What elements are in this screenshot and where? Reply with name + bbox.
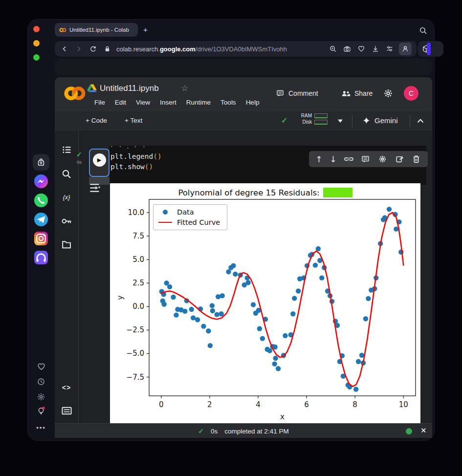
menu-file[interactable]: File: [94, 99, 105, 106]
star-icon[interactable]: ☆: [181, 83, 188, 93]
menu-view[interactable]: View: [136, 99, 150, 106]
person-icon: [401, 45, 409, 53]
colab-header: Untitled11.ipynb ☆ File Edit View Insert…: [55, 77, 432, 111]
add-text-button[interactable]: + Text: [125, 117, 142, 124]
shopping-bag-icon: [37, 158, 45, 167]
sidebar-code-snippets-button[interactable]: <>: [61, 382, 72, 393]
dock-ideas-button[interactable]: [35, 405, 47, 418]
dock-favorites-button[interactable]: [35, 360, 47, 373]
zoom-page-button[interactable]: [328, 44, 338, 54]
command-palette-icon: [62, 407, 72, 415]
colab-logo: [64, 85, 86, 102]
dock-item-telegram[interactable]: [33, 211, 49, 228]
sidebar-variables-button[interactable]: {x}: [61, 191, 72, 203]
sidebar-handle[interactable]: [427, 43, 431, 55]
collapse-chevron-icon[interactable]: [417, 118, 424, 124]
url-bar[interactable]: colab.research.google.com/drive/1O3VDA0b…: [55, 41, 417, 57]
forward-button[interactable]: [74, 44, 84, 54]
menu-tools[interactable]: Tools: [220, 99, 236, 106]
status-exec-time: 0s: [211, 428, 218, 435]
sliders-icon: [386, 45, 394, 53]
share-button[interactable]: Share: [341, 89, 373, 97]
sidebar-search-button[interactable]: [61, 168, 72, 180]
delete-cell-button[interactable]: [412, 154, 421, 164]
plot-legend: Data Fitted Curve: [153, 204, 227, 230]
dock-settings-button[interactable]: [35, 390, 47, 403]
sidebar-command-palette-button[interactable]: [61, 405, 72, 416]
search-icon: [419, 26, 427, 35]
svg-text:y: y: [116, 295, 125, 300]
sidebar-table-of-contents-button[interactable]: [61, 144, 72, 155]
open-in-tab-icon: [396, 155, 404, 163]
sidebar-files-button[interactable]: [61, 238, 72, 250]
svg-text:6: 6: [304, 400, 309, 409]
more-icon: •••: [36, 424, 46, 432]
heart-icon: [37, 362, 46, 371]
favorite-button[interactable]: [356, 44, 366, 54]
comment-button[interactable]: Comment: [276, 89, 318, 97]
window-zoom-button[interactable]: [33, 54, 40, 61]
code-line-1: plt.legend: [110, 152, 153, 160]
colab-app: Untitled11.ipynb ☆ File Edit View Insert…: [55, 77, 432, 438]
svg-text:7.5: 7.5: [132, 232, 144, 240]
open-in-tab-button[interactable]: [395, 154, 404, 164]
run-cell-button[interactable]: ▶: [89, 149, 110, 177]
profile-button[interactable]: [399, 43, 412, 55]
window-minimize-button[interactable]: [33, 40, 40, 46]
output-icon: [89, 183, 101, 193]
legend-data-marker: [163, 210, 168, 215]
dock-item-messenger[interactable]: [33, 173, 49, 190]
drive-icon: [87, 84, 97, 92]
svg-text:5.0: 5.0: [132, 255, 144, 264]
menu-insert[interactable]: Insert: [160, 99, 176, 106]
resources-button[interactable]: RAM Disk: [298, 113, 328, 125]
svg-text:−2.5: −2.5: [127, 325, 144, 334]
dock-item-shopping-bag[interactable]: [33, 154, 49, 171]
extensions-pill[interactable]: [418, 41, 443, 57]
comment-label: Comment: [288, 89, 318, 97]
status-message: completed at 2:41 PM: [224, 428, 288, 435]
dock-history-button[interactable]: [35, 375, 47, 388]
browser-search-button[interactable]: [419, 26, 427, 35]
copy-link-button[interactable]: [344, 154, 353, 164]
close-status-button[interactable]: ✕: [420, 426, 427, 435]
download-button[interactable]: [371, 44, 380, 54]
notebook-title[interactable]: Untitled11.ipynb: [100, 84, 159, 93]
table-of-contents-icon: [62, 146, 71, 154]
lock-icon: [102, 44, 112, 54]
heart-icon: [357, 45, 365, 53]
add-code-button[interactable]: + Code: [86, 117, 107, 124]
reload-button[interactable]: [88, 44, 98, 54]
menu-runtime[interactable]: Runtime: [186, 99, 211, 106]
sidebar-secrets-button[interactable]: [61, 215, 72, 227]
settings-gear-icon[interactable]: [383, 88, 393, 98]
resources-caret-icon[interactable]: [337, 119, 343, 123]
avatar[interactable]: C: [404, 86, 418, 101]
dock-item-headphones[interactable]: [33, 249, 49, 266]
move-cell-up-button[interactable]: ↑: [315, 154, 322, 164]
capture-button[interactable]: [342, 44, 352, 54]
new-tab-button[interactable]: +: [143, 25, 148, 34]
menu-help[interactable]: Help: [246, 99, 260, 106]
output-toggle-button[interactable]: [89, 183, 101, 193]
back-button[interactable]: [60, 44, 69, 54]
cell-settings-button[interactable]: [377, 154, 387, 164]
gemini-sparkle-icon: [363, 117, 370, 124]
key-icon: [62, 217, 72, 225]
browser-tab[interactable]: Untitled11.ipynb - Colab: [55, 23, 138, 37]
status-message-group: ✓ 0s completed at 2:41 PM: [55, 427, 432, 435]
window-close-button[interactable]: [33, 26, 40, 32]
dock-more-button[interactable]: •••: [35, 421, 47, 434]
gemini-button[interactable]: Gemini: [363, 116, 398, 125]
magnifier-plus-icon: [329, 45, 337, 53]
status-check-icon: ✓: [198, 427, 204, 435]
legend-item-data: Data: [158, 208, 220, 216]
dock-item-instagram[interactable]: [33, 230, 49, 247]
variables-icon: {x}: [63, 194, 70, 201]
reload-icon: [89, 45, 97, 53]
move-cell-down-button[interactable]: ↓: [330, 154, 336, 164]
menu-edit[interactable]: Edit: [115, 99, 126, 106]
add-comment-button[interactable]: [361, 154, 371, 164]
dock-item-whatsapp[interactable]: [33, 192, 49, 209]
tune-button[interactable]: [385, 44, 395, 54]
